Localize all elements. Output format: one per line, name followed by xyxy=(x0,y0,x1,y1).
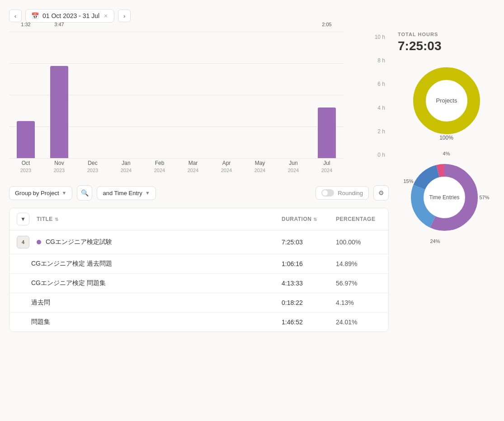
bar-jan-2024 xyxy=(109,32,143,158)
col-percentage-header: PERCENTAGE xyxy=(336,216,381,222)
bar-dec-2023 xyxy=(76,32,109,158)
row-title: CGエンジニア検定試験 xyxy=(46,238,282,246)
row-percentage: 100.00% xyxy=(336,239,381,246)
row-title: CGエンジニア検定 問題集 xyxy=(31,279,282,287)
gear-icon: ⚙ xyxy=(378,189,384,196)
x-axis: Oct2023 Nov2023 Dec2023 Jan2024 Feb2024 … xyxy=(9,158,344,176)
date-range-pill: 📅 01 Oct 2023 - 31 Jul × xyxy=(25,9,114,23)
row-title: 過去問 xyxy=(31,299,282,307)
row-percentage: 14.89% xyxy=(336,260,381,267)
chevron-down-icon-3: ▼ xyxy=(20,216,26,222)
bar-nov-2023: 3:47 xyxy=(42,32,76,158)
x-label-jun: Jun2024 xyxy=(277,158,310,176)
row-percentage: 56.97% xyxy=(336,280,381,287)
x-label-apr: Apr2024 xyxy=(210,158,243,176)
bar-chart: 1:32 3:47 xyxy=(9,32,389,176)
chevron-down-icon-2: ▼ xyxy=(145,190,150,196)
table-row: 過去問 0:18:22 4.13% xyxy=(9,293,388,313)
x-label-dec: Dec2023 xyxy=(76,158,109,176)
row-title: CGエンジニア検定 過去問題 xyxy=(31,260,282,268)
settings-button[interactable]: ⚙ xyxy=(373,185,389,201)
row-duration: 7:25:03 xyxy=(282,239,336,246)
projects-donut-svg: Projects xyxy=(408,62,485,139)
time-entries-donut-svg: Time Entries xyxy=(406,159,483,236)
data-table: ▼ TITLE ⇅ DURATION ⇅ PERCENTAGE xyxy=(9,208,389,332)
sort-icon-title: ⇅ xyxy=(55,217,59,222)
row-duration: 1:06:16 xyxy=(282,260,336,267)
rounding-toggle[interactable]: Rounding xyxy=(316,186,369,200)
bar-oct-2023: 1:32 xyxy=(9,32,42,158)
x-label-may: May2024 xyxy=(243,158,277,176)
row-title: 問題集 xyxy=(31,318,282,326)
chevron-down-icon: ▼ xyxy=(62,190,67,196)
controls-row: Group by Project ▼ 🔍 and Time Entry ▼ Ro… xyxy=(9,185,389,201)
search-icon: 🔍 xyxy=(81,189,89,196)
total-hours-value: 7:25:03 xyxy=(398,39,495,53)
col-duration-header: DURATION ⇅ xyxy=(282,216,336,222)
col-title-header: TITLE ⇅ xyxy=(37,216,282,222)
total-hours-label: TOTAL HOURS xyxy=(398,32,495,37)
projects-percentage: 100% xyxy=(439,135,453,141)
total-hours-section: TOTAL HOURS 7:25:03 xyxy=(398,32,495,53)
time-entries-donut-chart: 4% 57% 24% 15% xyxy=(398,150,495,245)
row-percentage: 4.13% xyxy=(336,299,381,306)
row-expand-btn[interactable]: 4 xyxy=(17,236,29,248)
svg-text:Projects: Projects xyxy=(436,97,457,104)
bars-container: 1:32 3:47 xyxy=(9,32,344,158)
table-row: 4 CGエンジニア検定試験 7:25:03 100.00% xyxy=(9,230,388,254)
time-entries-pct-right: 57% xyxy=(479,195,489,200)
next-date-btn[interactable]: › xyxy=(118,9,131,22)
time-entries-pct-top: 4% xyxy=(443,151,450,156)
row-percentage: 24.01% xyxy=(336,318,381,326)
projects-donut-chart: Projects 100% xyxy=(398,62,495,141)
x-label-oct: Oct2023 xyxy=(9,158,42,176)
table-row: 問題集 1:46:52 24.01% xyxy=(9,313,388,332)
time-entry-dropdown[interactable]: and Time Entry ▼ xyxy=(97,186,155,200)
bar-apr-2024 xyxy=(210,32,243,158)
prev-date-btn[interactable]: ‹ xyxy=(9,9,22,22)
toggle-track xyxy=(321,189,334,196)
group-by-dropdown[interactable]: Group by Project ▼ xyxy=(9,186,72,200)
y-axis: 10 h 8 h 6 h 4 h 2 h 0 h xyxy=(366,32,389,176)
row-duration: 4:13:33 xyxy=(282,280,336,287)
table-row: CGエンジニア検定 過去問題 1:06:16 14.89% xyxy=(9,254,388,274)
table-row: CGエンジニア検定 問題集 4:13:33 56.97% xyxy=(9,274,388,293)
date-clear-btn[interactable]: × xyxy=(103,12,108,19)
search-button[interactable]: 🔍 xyxy=(77,185,92,201)
svg-text:Time Entries: Time Entries xyxy=(429,194,459,201)
x-label-jul: Jul2024 xyxy=(310,158,344,176)
bar-may-2024 xyxy=(243,32,277,158)
sort-icon-duration: ⇅ xyxy=(313,217,317,222)
row-duration: 0:18:22 xyxy=(282,299,336,306)
bar-jul-2024: 2:05 xyxy=(310,32,344,158)
time-entries-pct-bottom: 24% xyxy=(430,239,440,244)
calendar-icon: 📅 xyxy=(31,12,39,19)
expand-all-btn[interactable]: ▼ xyxy=(17,213,29,225)
bar-mar-2024 xyxy=(176,32,210,158)
right-panel: TOTAL HOURS 7:25:03 Projects 100% xyxy=(398,32,495,332)
row-duration: 1:46:52 xyxy=(282,318,336,326)
bar-jun-2024 xyxy=(277,32,310,158)
table-header: ▼ TITLE ⇅ DURATION ⇅ PERCENTAGE xyxy=(9,208,388,230)
bar-feb-2024 xyxy=(143,32,176,158)
x-label-jan: Jan2024 xyxy=(109,158,143,176)
toggle-thumb xyxy=(322,190,328,196)
x-label-feb: Feb2024 xyxy=(143,158,176,176)
x-label-mar: Mar2024 xyxy=(176,158,210,176)
time-entries-pct-left: 15% xyxy=(404,178,414,184)
project-dot xyxy=(37,240,41,244)
x-label-nov: Nov2023 xyxy=(42,158,76,176)
date-range-label: 01 Oct 2023 - 31 Jul xyxy=(42,12,99,19)
